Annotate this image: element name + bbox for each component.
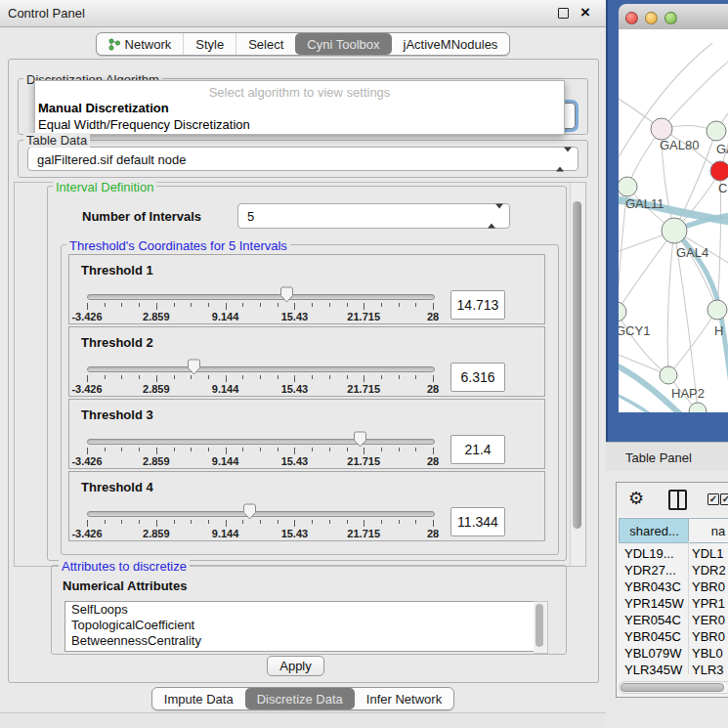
checkbox-icon[interactable]: ✓ <box>720 493 728 505</box>
attribute-list-item[interactable]: TopologicalCoefficient <box>65 618 535 633</box>
table-cell[interactable]: YBL0 <box>692 646 723 661</box>
table-cell[interactable]: YBL079W <box>624 646 682 661</box>
tab-label: Cyni Toolbox <box>307 37 379 52</box>
threshold-value-field[interactable]: 21.4 <box>450 435 505 464</box>
HAP2-node[interactable] <box>660 366 677 384</box>
slider-thumb[interactable] <box>279 286 294 303</box>
table-cell[interactable]: YBR045C <box>624 629 681 644</box>
tab-jactivemnodules[interactable]: jActiveMNodules <box>392 33 510 55</box>
network-window-titlebar[interactable] <box>619 4 728 30</box>
node-table: ⚙ ✓ ✓ shared...na YDL19...YDL1YDR27...YD… <box>616 482 728 698</box>
slider-tick-labels: -3.4262.8599.14415.4321.71528 <box>87 455 433 467</box>
minimize-traffic-light-icon[interactable] <box>645 12 658 24</box>
thresholds-group-title: Threshold's Coordinates for 5 Intervals <box>66 238 290 253</box>
network-edge[interactable] <box>662 57 728 129</box>
column-header[interactable]: shared... <box>619 518 690 543</box>
table-cell[interactable]: YER054C <box>624 613 681 627</box>
table-cell[interactable]: YLR345W <box>624 663 682 677</box>
apply-button[interactable]: Apply <box>267 656 324 676</box>
node-label: C <box>718 181 727 195</box>
algorithm-option[interactable]: Equal Width/Frequency Discretization <box>38 117 250 132</box>
attribute-list-item[interactable]: SelfLoops <box>65 602 535 618</box>
zoom-traffic-light-icon[interactable] <box>664 12 677 24</box>
algorithm-option[interactable]: Manual Discretization <box>38 101 169 115</box>
control-panel: Control Panel × NetworkStyleSelectCyni T… <box>0 0 606 728</box>
threshold-panel-1: Threshold 1-3.4262.8599.14415.4321.71528… <box>68 254 545 324</box>
network-edge[interactable] <box>619 312 668 375</box>
column-header[interactable]: na <box>688 518 728 543</box>
tab-label: Network <box>125 37 172 52</box>
table-cell[interactable]: YPR145W <box>624 596 684 611</box>
GAL4-node[interactable] <box>662 218 687 243</box>
tab-infer-network[interactable]: Infer Network <box>355 688 453 709</box>
slider-track[interactable] <box>87 511 435 517</box>
tab-select[interactable]: Select <box>236 33 295 55</box>
network-canvas[interactable]: GAL80GACGAL11GAL4GCY1HHAP2 <box>619 29 728 412</box>
network-view-window: GAL80GACGAL11GAL4GCY1HHAP2 <box>619 4 728 412</box>
number-of-intervals-combo[interactable]: 5 <box>237 203 510 229</box>
GAL11-node[interactable] <box>619 177 637 196</box>
tab-impute-data[interactable]: Impute Data <box>152 688 245 709</box>
threshold-panel-2: Threshold 2-3.4262.8599.14415.4321.71528… <box>68 326 545 397</box>
table-cell[interactable]: YDR2 <box>692 563 726 578</box>
threshold-value-field[interactable]: 11.344 <box>450 507 505 536</box>
attributes-scrollbar-thumb[interactable] <box>535 604 543 647</box>
float-window-icon[interactable] <box>558 8 569 19</box>
table-data-combo[interactable]: galFiltered.sif default node <box>27 147 578 171</box>
slider-thumb[interactable] <box>242 503 257 520</box>
column-divider <box>688 541 689 674</box>
tab-discretize-data[interactable]: Discretize Data <box>245 688 355 709</box>
table-cell[interactable]: YBR043C <box>624 579 681 594</box>
table-cell[interactable]: YLR3 <box>692 663 724 677</box>
GAL80-node[interactable] <box>651 118 672 140</box>
table-cell[interactable]: YPR1 <box>692 596 725 611</box>
node-label: HAP2 <box>671 386 705 401</box>
slider-thumb[interactable] <box>353 431 367 448</box>
table-toolbar: ⚙ ✓ ✓ <box>617 483 728 516</box>
attribute-list-item[interactable]: BetweennessCentrality <box>65 633 535 649</box>
gear-icon[interactable]: ⚙ <box>628 488 644 509</box>
node-label: H <box>714 323 723 338</box>
node-label: GA <box>716 142 728 156</box>
tab-cyni-toolbox[interactable]: Cyni Toolbox <box>295 33 391 55</box>
vertical-scrollbar-thumb[interactable] <box>573 201 581 529</box>
network-edge[interactable] <box>667 231 674 375</box>
network-edge[interactable] <box>619 231 674 312</box>
table-panel-titlebar: Table Panel <box>606 442 728 473</box>
GCY1-node[interactable] <box>619 302 626 321</box>
H-node[interactable] <box>707 300 727 320</box>
slider-thumb[interactable] <box>187 359 201 375</box>
vertical-scrollbar[interactable] <box>570 183 585 566</box>
C-node[interactable] <box>710 161 728 181</box>
table-cell[interactable]: YBR0 <box>692 629 725 644</box>
slider-track[interactable] <box>87 366 435 372</box>
threshold-panel-4: Threshold 4-3.4262.8599.14415.4321.71528… <box>68 471 545 541</box>
tab-network[interactable]: Network <box>97 33 184 55</box>
table-cell[interactable]: YDL19... <box>624 546 674 561</box>
GA-node[interactable] <box>707 121 726 141</box>
split-columns-icon[interactable] <box>668 490 687 510</box>
table-panel-body: ⚙ ✓ ✓ shared...na YDL19...YDL1YDR27...YD… <box>606 471 728 728</box>
close-traffic-light-icon[interactable] <box>625 12 638 24</box>
slider-track[interactable] <box>87 294 435 300</box>
threshold-value-field[interactable]: 14.713 <box>450 290 505 320</box>
horizontal-scrollbar-thumb[interactable] <box>621 683 724 692</box>
table-cell[interactable]: YDR27... <box>624 563 676 578</box>
tab-label: Infer Network <box>366 692 442 707</box>
checkbox-icon[interactable]: ✓ <box>707 493 719 505</box>
tab-label: Select <box>248 37 283 52</box>
table-cell[interactable]: YBR0 <box>692 579 725 594</box>
close-icon[interactable]: × <box>580 3 590 22</box>
tab-style[interactable]: Style <box>183 33 236 55</box>
table-cell[interactable]: YER0 <box>692 613 725 627</box>
attributes-list-scrollbar[interactable] <box>534 601 548 654</box>
numerical-attributes-list[interactable]: SelfLoopsTopologicalCoefficientBetweenne… <box>64 601 535 652</box>
threshold-value-field[interactable]: 6.316 <box>450 363 505 392</box>
slider-track[interactable] <box>87 439 435 445</box>
slider-tick-labels: -3.4262.8599.14415.4321.71528 <box>87 311 433 322</box>
table-cell[interactable]: YDL1 <box>692 546 724 561</box>
node-label: GAL11 <box>625 196 664 211</box>
slider-ticks <box>87 303 433 311</box>
combo-spinner-icon <box>488 209 503 224</box>
horizontal-scrollbar[interactable] <box>619 681 728 694</box>
